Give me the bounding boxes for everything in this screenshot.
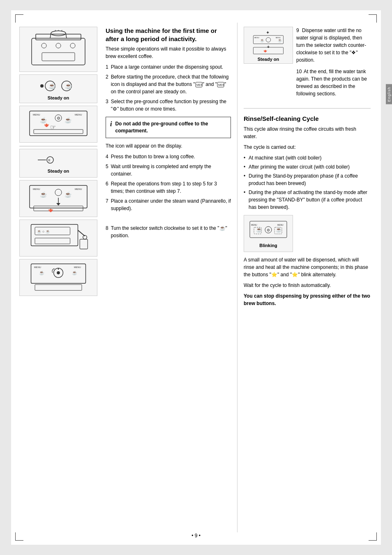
section-title: Using the machine for the first time or … — [106, 27, 231, 43]
image-steam-wand: ☕ ○ ☕ — [19, 220, 97, 257]
step-6-text: Repeat the operations from step 1 to ste… — [111, 180, 231, 195]
steps-list-2: 4 Press the button to brew a long coffee… — [106, 153, 231, 212]
svg-text:☕: ☕ — [40, 191, 47, 198]
bullet-1: At machine start (with cold boiler) — [244, 154, 371, 162]
blinking-label: Blinking — [259, 243, 277, 248]
blinking-box: MENU MENU ☕ ⚙ ☕ Blinking — [244, 215, 293, 252]
svg-rect-1 — [36, 34, 81, 40]
cycle-bullets-list: At machine start (with cold boiler) Afte… — [244, 154, 371, 211]
blinking-svg: MENU MENU ☕ ⚙ ☕ — [248, 219, 289, 242]
image-machine-tray: MENU MENU ☕ ☕ 🫖 — [19, 180, 97, 217]
step-2-text: Before starting the procedure, check tha… — [111, 73, 231, 95]
right-column: ✦ MENU MENU ☕ ☕ 🫖 — [237, 23, 373, 532]
steady-on-label-2: Steady on — [48, 169, 69, 173]
svg-text:☕: ☕ — [65, 191, 72, 198]
svg-text:MENU: MENU — [277, 224, 284, 226]
svg-text:MENU: MENU — [34, 266, 41, 268]
svg-text:⚙: ⚙ — [57, 116, 60, 120]
svg-text:🫖: 🫖 — [48, 207, 53, 213]
svg-text:MENU: MENU — [254, 37, 259, 39]
svg-rect-22 — [34, 130, 83, 134]
bullet-2: After priming the water circuit (with co… — [244, 163, 371, 171]
right-steady-on-svg: ✦ MENU MENU ☕ ☕ — [248, 29, 289, 46]
svg-text:MENU: MENU — [33, 113, 40, 116]
svg-text:🫖: 🫖 — [263, 49, 267, 52]
corner-tr — [369, 14, 377, 23]
svg-rect-35 — [34, 206, 83, 211]
step-10-num: 10 — [296, 69, 302, 74]
step-4-text: Press the button to brew a long coffee. — [111, 153, 195, 160]
page-number: • 9 • — [191, 533, 201, 539]
step-2-num: 2 — [106, 73, 108, 95]
svg-text:☕ ○ ☕: ☕ ○ ☕ — [37, 229, 50, 234]
image-selector: MENU MENU ☕ ☕ — [19, 259, 97, 296]
svg-point-48 — [57, 271, 60, 275]
steady-on-label-1: Steady on — [48, 95, 69, 100]
step-5-num: 5 — [106, 163, 108, 178]
svg-marker-34 — [56, 203, 60, 206]
image-coffee-cup — [19, 27, 97, 72]
right-steady-on-label: Steady on — [258, 57, 279, 62]
steam-wand-svg: ☕ ○ ☕ — [25, 222, 91, 254]
divider-1 — [19, 146, 97, 146]
svg-text:MENU: MENU — [33, 188, 40, 190]
step-9-content: Dispense water until the no water signal… — [296, 28, 366, 63]
step-8-container: 8 Turn the selector switch clockwise to … — [106, 224, 231, 239]
step-5-text: Wait until brewing is completed and empt… — [111, 163, 231, 178]
svg-text:MEMO: MEMO — [196, 83, 203, 86]
steps-list-3: 8 Turn the selector switch clockwise to … — [106, 224, 231, 239]
blinking-image-container: MENU MENU ☕ ⚙ ☕ Blinking — [244, 215, 371, 252]
svg-point-62 — [266, 37, 270, 42]
right-steady-on-box: ✦ MENU MENU ☕ ☕ 🫖 — [244, 27, 293, 64]
step-7: 7 Place a container under the steam wand… — [106, 197, 231, 212]
step-9-num: 9 — [296, 28, 299, 33]
step-9-text: 9 Dispense water until the no water sign… — [296, 27, 371, 64]
svg-text:☕: ☕ — [260, 38, 265, 43]
svg-text:☕: ☕ — [278, 38, 282, 43]
step-3-num: 3 — [106, 98, 108, 113]
middle-column: Using the machine for the first time or … — [101, 23, 237, 532]
intro-text: These simple operations will make it pos… — [106, 45, 231, 60]
svg-text:MENU: MENU — [75, 113, 82, 116]
step-8-text: Turn the selector switch clockwise to se… — [111, 224, 231, 239]
step-6: 6 Repeat the operations from step 1 to s… — [106, 180, 231, 195]
right-images-container: ✦ MENU MENU ☕ ☕ 🫖 — [244, 27, 293, 102]
step-6-num: 6 — [106, 180, 108, 195]
svg-rect-43 — [35, 238, 70, 244]
info-box-text: Do not add the pre-ground coffee to the … — [115, 120, 226, 134]
svg-rect-40 — [80, 239, 88, 249]
corner-bl — [15, 532, 23, 541]
svg-point-6 — [42, 43, 46, 48]
svg-text:☕: ☕ — [39, 270, 45, 275]
svg-text:MENU: MENU — [74, 266, 81, 268]
svg-text:☕: ☕ — [276, 227, 282, 233]
svg-point-8 — [70, 43, 75, 48]
rinse-desc: A small amount of water will be dispense… — [244, 256, 371, 278]
svg-rect-52 — [35, 284, 82, 290]
step-8-num: 8 — [106, 224, 108, 239]
corner-br — [369, 532, 377, 541]
rinse-note: Wait for the cycle to finish automatical… — [244, 282, 371, 289]
svg-text:☕: ☕ — [65, 83, 72, 90]
step-4: 4 Press the button to brew a long coffee… — [106, 153, 231, 160]
svg-rect-64 — [253, 47, 283, 54]
page: English — [11, 10, 381, 545]
image-machine-buttons: MENU MENU ☕ ☕ ☞ ⚙ 🫖 — [19, 106, 97, 143]
step-3-text: Select the pre-ground coffee function by… — [111, 98, 231, 113]
svg-text:☕: ☕ — [48, 83, 56, 90]
section-divider — [244, 108, 371, 109]
svg-point-13 — [40, 84, 44, 88]
selector-svg: MENU MENU ☕ ☕ — [25, 262, 91, 293]
steady-on-icon-2: ≡ Steady on — [19, 149, 97, 178]
step-3: 3 Select the pre-ground coffee function … — [106, 98, 231, 113]
step-1: 1 Place a large container under the disp… — [106, 63, 231, 71]
machine-buttons-svg: MENU MENU ☕ ☕ ☞ ⚙ 🫖 — [25, 109, 91, 140]
left-column: ☕ ☕ Steady on MENU MENU ☕ ☕ ☞ — [19, 23, 101, 532]
step-8: 8 Turn the selector switch clockwise to … — [106, 224, 231, 239]
steady-on-svg-1: ☕ ☕ — [34, 78, 83, 94]
bullet-3: During the Stand-by preparation phase (i… — [244, 172, 371, 187]
info-box: i Do not add the pre-ground coffee to th… — [106, 117, 231, 138]
right-steady-on-svg-2: 🫖 — [248, 46, 289, 56]
svg-text:MENU: MENU — [251, 224, 257, 226]
right-steps-9-10: 9 Dispense water until the no water sign… — [296, 27, 371, 102]
